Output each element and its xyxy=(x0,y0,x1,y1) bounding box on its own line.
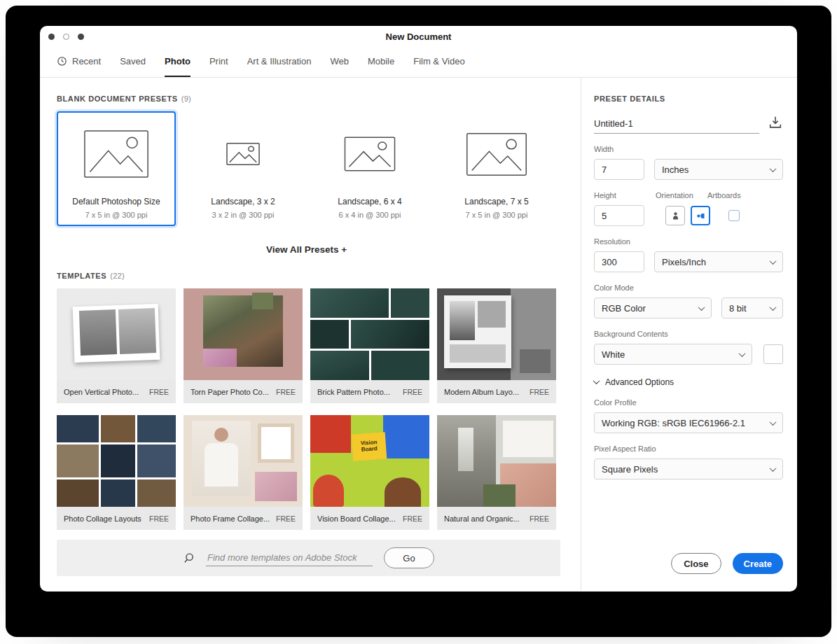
window-controls xyxy=(48,26,84,47)
bit-depth-value: 8 bit xyxy=(729,303,747,314)
template-thumbnail xyxy=(57,288,176,380)
template-thumbnail xyxy=(184,288,303,380)
template-name: Brick Pattern Photo... xyxy=(317,388,390,396)
thumbnail-shape xyxy=(101,444,136,477)
tab-label: Photo xyxy=(165,56,191,66)
save-preset-button[interactable] xyxy=(768,115,783,134)
screen: New Document Recent Saved Photo Print Ar… xyxy=(0,0,837,644)
tab-photo[interactable]: Photo xyxy=(165,47,191,77)
template-card-brick-pattern-photo[interactable]: Brick Pattern Photo... FREE xyxy=(310,288,429,403)
resolution-units-dropdown[interactable]: Pixels/Inch xyxy=(654,251,783,272)
height-input[interactable] xyxy=(594,205,644,226)
thumbnail-shape xyxy=(79,309,117,356)
view-all-presets-link[interactable]: View All Presets + xyxy=(57,244,556,255)
resolution-input[interactable] xyxy=(594,251,644,272)
save-preset-icon xyxy=(768,115,783,130)
color-mode-label: Color Mode xyxy=(594,284,783,292)
create-button[interactable]: Create xyxy=(733,553,783,574)
orientation-landscape-button[interactable] xyxy=(691,206,710,225)
thumbnail-shape xyxy=(205,443,238,486)
thumbnail-shape xyxy=(450,301,475,340)
pixel-aspect-ratio-value: Square Pixels xyxy=(602,464,658,475)
preset-name: Default Photoshop Size xyxy=(72,197,160,206)
template-card-photo-collage-layouts[interactable]: Photo Collage Layouts FREE xyxy=(57,415,176,530)
thumbnail-shape xyxy=(478,301,506,328)
color-profile-dropdown[interactable]: Working RGB: sRGB IEC61966-2.1 xyxy=(594,412,783,433)
artboards-checkbox[interactable] xyxy=(728,210,740,221)
window-zoom-button[interactable] xyxy=(78,34,84,40)
preset-card-landscape-6x4[interactable]: Landscape, 6 x 4 6 x 4 in @ 300 ppi xyxy=(310,111,429,226)
height-orientation-artboards-labels: Height Orientation Artboards xyxy=(594,191,783,200)
tab-mobile[interactable]: Mobile xyxy=(368,47,394,77)
background-contents-dropdown[interactable]: White xyxy=(594,344,752,365)
free-badge: FREE xyxy=(149,514,169,523)
units-dropdown[interactable]: Inches xyxy=(654,159,783,180)
chevron-down-icon xyxy=(770,304,777,311)
tab-label: Recent xyxy=(72,56,101,66)
template-card-natural-and-organic[interactable]: Natural and Organic... FREE xyxy=(437,415,556,530)
template-label-bar: Torn Paper Photo Co... FREE xyxy=(184,380,303,403)
template-name: Photo Collage Layouts xyxy=(64,514,141,523)
preset-card-landscape-3x2[interactable]: Landscape, 3 x 2 3 x 2 in @ 300 ppi xyxy=(184,111,303,226)
bit-depth-dropdown[interactable]: 8 bit xyxy=(721,298,783,318)
advanced-options-toggle[interactable]: Advanced Options xyxy=(594,377,783,387)
template-thumbnail xyxy=(184,415,303,507)
stock-search-input[interactable] xyxy=(206,550,373,566)
orientation-portrait-button[interactable] xyxy=(665,206,685,225)
close-button[interactable]: Close xyxy=(671,553,721,574)
background-contents-row: White xyxy=(594,344,783,365)
thumbnail-shape xyxy=(57,415,99,442)
templates-heading: TEMPLATES(22) xyxy=(57,272,581,280)
template-label-bar: Vision Board Collage... FREE xyxy=(310,507,429,530)
thumbnail-shape xyxy=(255,472,297,501)
height-label: Height xyxy=(594,191,656,200)
pixel-aspect-ratio-dropdown[interactable]: Square Pixels xyxy=(594,458,783,479)
template-card-vision-board-collage[interactable]: Vision Board Vision Board Collage... FRE… xyxy=(310,415,429,530)
template-card-modern-album-layout[interactable]: Modern Album Layo... FREE xyxy=(437,288,556,403)
chevron-down-icon xyxy=(698,304,705,311)
preset-size: 7 x 5 in @ 300 ppi xyxy=(466,211,528,219)
thumbnail-shape xyxy=(214,428,228,442)
thumbnail-shape xyxy=(351,320,429,349)
thumbnail-shape xyxy=(383,415,429,458)
tab-recent[interactable]: Recent xyxy=(57,47,101,77)
template-grid: Open Vertical Photo... FREE Torn Paper P… xyxy=(57,288,556,530)
tab-print[interactable]: Print xyxy=(209,47,228,77)
tab-saved[interactable]: Saved xyxy=(120,47,146,77)
tab-film-video[interactable]: Film & Video xyxy=(413,47,464,77)
width-input[interactable] xyxy=(594,159,644,180)
tab-art-illustration[interactable]: Art & Illustration xyxy=(247,47,312,77)
thumbnail-shape xyxy=(137,415,176,442)
chevron-down-icon xyxy=(593,377,600,384)
preset-card-landscape-7x5[interactable]: Landscape, 7 x 5 7 x 5 in @ 300 ppi xyxy=(437,111,556,226)
color-mode-dropdown[interactable]: RGB Color xyxy=(594,298,712,318)
window-close-button[interactable] xyxy=(48,34,55,40)
template-name: Vision Board Collage... xyxy=(317,514,396,523)
template-card-torn-paper-photo[interactable]: Torn Paper Photo Co... FREE xyxy=(184,288,303,403)
preset-card-default-photoshop-size[interactable]: Default Photoshop Size 7 x 5 in @ 300 pp… xyxy=(57,111,176,226)
panel-heading: PRESET DETAILS xyxy=(594,94,783,103)
thumbnail-shape xyxy=(503,421,553,457)
orientation-toggle xyxy=(665,206,710,225)
adobe-stock-search-bar: Go xyxy=(57,540,560,576)
thumbnail-shape xyxy=(391,288,429,318)
template-name: Torn Paper Photo Co... xyxy=(191,388,269,396)
thumbnail-shape xyxy=(137,479,176,507)
template-card-photo-frame-collage[interactable]: Photo Frame Collage... FREE xyxy=(184,415,303,530)
thumbnail-shape xyxy=(385,477,421,507)
template-card-open-vertical-photo[interactable]: Open Vertical Photo... FREE xyxy=(57,288,176,403)
free-badge: FREE xyxy=(403,514,422,523)
window-minimize-button[interactable] xyxy=(63,34,69,40)
thumbnail-shape xyxy=(57,444,99,477)
template-name: Natural and Organic... xyxy=(444,514,520,523)
document-name-input[interactable] xyxy=(594,114,759,134)
tab-web[interactable]: Web xyxy=(330,47,349,77)
category-tab-bar: Recent Saved Photo Print Art & Illustrat… xyxy=(40,47,797,78)
go-button[interactable]: Go xyxy=(384,547,434,568)
preset-name: Landscape, 6 x 4 xyxy=(338,197,401,206)
preset-icon-wrap xyxy=(466,117,527,191)
image-placeholder-icon xyxy=(83,130,149,178)
window-title: New Document xyxy=(386,31,452,42)
background-color-swatch[interactable] xyxy=(763,344,783,364)
thumbnail-shape xyxy=(310,415,351,453)
